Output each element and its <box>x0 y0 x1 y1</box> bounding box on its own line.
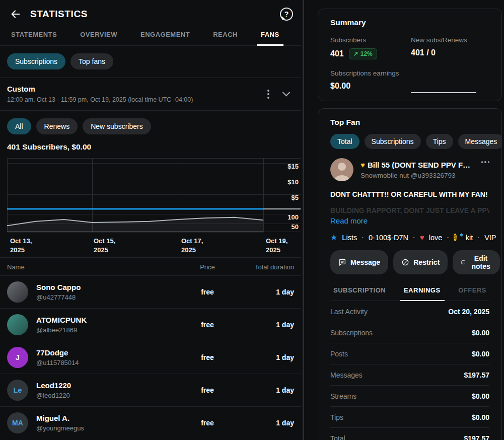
table-row[interactable]: Le Leod1220 @leod1220 free 1 day <box>0 374 301 406</box>
top-fan-profile: ♥ Bill 55 (DONT SEND PPV FO… Snowmobile … <box>330 158 489 181</box>
message-button[interactable]: Message <box>330 250 388 274</box>
nav-tab[interactable]: REACH <box>209 24 242 45</box>
view-pill[interactable]: Top fans <box>70 53 113 69</box>
new-subs-value: 401 / 0 <box>411 48 489 57</box>
subscribers-heading: 401 Subscribers, $0.00 <box>0 142 301 158</box>
stat-label: Posts <box>330 350 348 358</box>
back-button[interactable] <box>9 8 22 21</box>
page-title: STATISTICS <box>30 9 88 20</box>
top-fan-tab[interactable]: SUBSCRIPTION <box>331 284 388 301</box>
nav-tab[interactable]: FANS <box>257 24 283 45</box>
top-fan-pill[interactable]: Messages <box>458 134 502 149</box>
x-tick: Oct 19, 2025 <box>266 237 287 254</box>
read-more-link[interactable]: Read more <box>330 216 368 225</box>
top-fan-title: Top Fan <box>330 118 489 127</box>
nav-tab[interactable]: STATEMENTS <box>7 24 61 45</box>
top-fan-name[interactable]: Bill 55 (DONT SEND PPV FO… <box>368 161 476 169</box>
fan-lists-row: ★ Lists 0-100$-D7N ♥ love $ kit VIP ★ <box>330 233 489 242</box>
count-tick: 50 <box>292 223 299 231</box>
subscribers-area <box>7 217 263 232</box>
earnings-label: Subscriptions earnings <box>330 69 411 77</box>
default-avatar[interactable] <box>330 158 353 181</box>
list-tag[interactable]: VIP <box>484 234 496 242</box>
top-fan-subtitle: Snowmobile nut @u393326793 <box>361 172 476 179</box>
edit-notes-button[interactable]: Edit notes <box>453 250 499 274</box>
fan-price: free <box>177 419 238 427</box>
stat-value: $197.57 <box>464 371 489 379</box>
subscribers-label: Subscribers <box>330 36 411 44</box>
view-pills: Subscriptions Top fans <box>0 46 301 78</box>
star-blue-icon: ★ <box>330 233 337 242</box>
stat-label: Tips <box>330 413 343 421</box>
help-icon[interactable]: ? <box>280 8 293 21</box>
table-row[interactable]: ATOMICPUNK @albee21869 free 1 day <box>0 308 301 341</box>
subscribers-value: 401 <box>330 49 344 58</box>
chart-canvas: $15 $10 $5 100 50 <box>7 158 301 233</box>
column-duration: Total duration <box>238 263 294 271</box>
view-pill[interactable]: Subscriptions <box>7 53 65 69</box>
segment-pill[interactable]: Renews <box>36 118 78 134</box>
money-tick: $10 <box>287 178 299 186</box>
person-icon <box>330 158 353 181</box>
segment-pill[interactable]: All <box>7 118 31 134</box>
stat-row: Tips $0.00 <box>330 407 489 428</box>
list-tag[interactable]: kit <box>466 234 473 242</box>
table-row[interactable]: MA Miguel A. @youngmeegus free 1 day <box>0 406 301 439</box>
more-options-icon[interactable] <box>481 161 490 163</box>
fans-table-header: Name Price Total duration <box>0 258 301 275</box>
stat-row: Posts $0.00 <box>330 343 489 364</box>
column-price: Price <box>177 263 238 271</box>
edit-notes-icon <box>461 258 466 266</box>
top-fan-pills: Total Subscriptions Tips Messages <box>330 134 489 149</box>
nav-tab[interactable]: ENGAGEMENT <box>136 24 194 45</box>
top-fan-pill[interactable]: Total <box>330 134 359 149</box>
fan-handle: @u115785014 <box>36 359 177 366</box>
avatar: J <box>7 347 28 368</box>
segment-pill[interactable]: New subscribers <box>83 118 151 134</box>
stat-label: Subscriptions <box>330 329 373 337</box>
fan-price: free <box>177 321 238 329</box>
star-gold-icon: ★ <box>501 233 502 242</box>
period-selector: Custom 12:00 am, Oct 13 - 11:59 pm, Oct … <box>0 78 301 110</box>
fan-duration: 1 day <box>238 321 294 329</box>
stat-value: $0.00 <box>472 350 489 358</box>
scrollbar[interactable] <box>303 0 304 440</box>
fan-stats-table: Last Activity Oct 20, 2025 Subscriptions… <box>330 301 489 440</box>
list-tag[interactable]: 0-100$-D7N <box>369 234 408 242</box>
list-tag[interactable]: love <box>429 234 443 242</box>
subscribers-chart: $15 $10 $5 100 50 Oct 13, 2025 Oct 15, 2… <box>7 158 301 257</box>
arrow-left-icon <box>10 9 21 20</box>
trend-value: 12% <box>361 50 373 57</box>
top-fan-tab[interactable]: EARNINGS <box>402 284 443 301</box>
stat-row: Total $197.57 <box>330 428 489 440</box>
top-fan-pill[interactable]: Subscriptions <box>365 134 421 149</box>
count-tick: 100 <box>287 213 299 221</box>
lists-label[interactable]: Lists <box>342 234 357 242</box>
top-fan-tabs: SUBSCRIPTION EARNINGS OFFERS <box>330 284 489 301</box>
stat-value: $197.57 <box>464 434 489 440</box>
fan-handle: @youngmeegus <box>36 424 177 432</box>
stat-value: Oct 20, 2025 <box>448 308 489 316</box>
column-name: Name <box>7 263 177 271</box>
fan-note-line2: BUILDING RAPPORT, DONT JUST LEAVE A PPV … <box>330 206 489 214</box>
fan-price: free <box>177 288 238 296</box>
chevron-down-icon[interactable] <box>282 89 291 97</box>
stat-label: Messages <box>330 371 363 379</box>
fan-name: ATOMICPUNK <box>36 316 177 324</box>
restrict-icon <box>401 258 409 266</box>
top-fan-tab[interactable]: OFFERS <box>456 284 488 301</box>
table-row[interactable]: Sono Cappo @u42777448 free 1 day <box>0 275 301 308</box>
yellow-heart-icon: ♥ <box>361 161 365 169</box>
fan-name: 77Dodge <box>36 348 177 357</box>
separator <box>447 234 449 242</box>
restrict-button[interactable]: Restrict <box>393 250 448 274</box>
more-options-icon[interactable] <box>267 93 269 95</box>
trend-badge: ↗ 12% <box>349 48 377 59</box>
fan-price: free <box>177 386 238 394</box>
separator <box>362 234 364 242</box>
segment-pills: All Renews New subscribers <box>0 111 301 142</box>
fan-name: Leod1220 <box>36 381 177 390</box>
nav-tab[interactable]: OVERVIEW <box>76 24 121 45</box>
top-fan-pill[interactable]: Tips <box>426 134 453 149</box>
table-row[interactable]: J 77Dodge @u115785014 free 1 day <box>0 341 301 374</box>
